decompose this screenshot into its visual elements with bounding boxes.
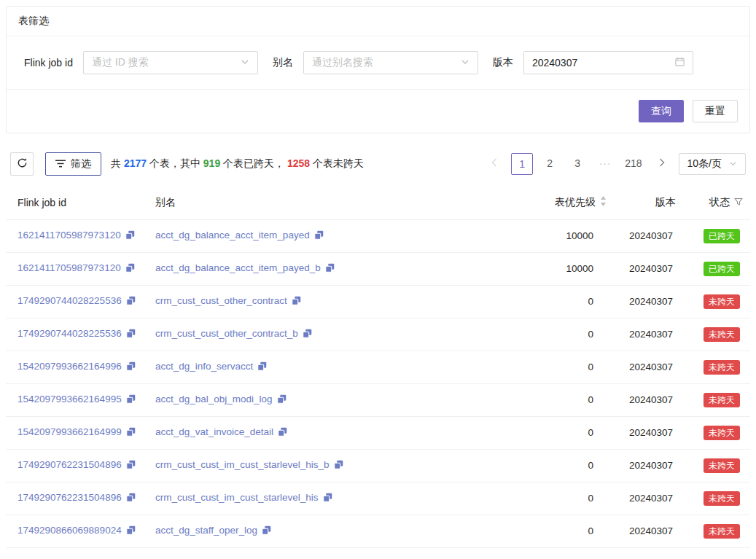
filter-lines-icon (55, 158, 66, 170)
cell-version: 20240307 (614, 515, 683, 547)
job-id-link[interactable]: 1749290762231504896 (17, 492, 122, 503)
copy-icon[interactable] (125, 231, 135, 242)
page-size-select[interactable]: 10条/页 (679, 153, 746, 175)
cell-version: 20240307 (614, 219, 683, 252)
job-id-link[interactable]: 1749290866069889024 (17, 525, 122, 536)
alias-link[interactable]: acct_dg_balance_acct_item_payed (155, 230, 310, 241)
flink-job-id-select[interactable]: 通过 ID 搜索 (83, 51, 258, 74)
copy-icon[interactable] (257, 362, 267, 373)
cell-status: 未跨天 (683, 351, 750, 383)
table-row: 1749290762231504896crm_cust_cust_im_cust… (6, 482, 750, 515)
alias-link[interactable]: acct_dg_info_servacct (155, 361, 253, 372)
job-id-link[interactable]: 1749290762231504896 (17, 459, 122, 470)
alias-link[interactable]: crm_cust_cust_im_cust_starlevel_his_b (155, 459, 330, 470)
page-number-1[interactable]: 1 (511, 153, 533, 175)
reset-button[interactable]: 重置 (693, 100, 738, 122)
alias-select[interactable]: 通过别名搜索 (303, 51, 478, 74)
page-ellipsis[interactable]: ··· (594, 153, 616, 175)
cell-version: 20240307 (614, 383, 683, 416)
alias-link[interactable]: crm_cust_cust_im_cust_starlevel_his (155, 492, 319, 503)
field-flink-job-id: Flink job id 通过 ID 搜索 (24, 51, 258, 74)
cell-job-id: 1749290762231504896 (6, 482, 148, 515)
copy-icon[interactable] (126, 297, 136, 308)
copy-icon[interactable] (325, 264, 335, 275)
cell-priority: 0 (508, 449, 614, 482)
header-status: 状态 (683, 186, 750, 219)
copy-icon[interactable] (262, 526, 271, 537)
job-id-link[interactable]: 1542097993662164999 (17, 426, 122, 437)
cell-alias: crm_cust_cust_other_contract (148, 285, 508, 318)
header-priority: 表优先级 (508, 186, 614, 219)
cell-status: 未跨天 (683, 383, 750, 416)
alias-link[interactable]: acct_dg_balance_acct_item_payed_b (155, 262, 321, 273)
copy-icon[interactable] (292, 297, 301, 308)
filter-row: Flink job id 通过 ID 搜索 别名 通过别名搜索 (7, 36, 749, 90)
copy-icon[interactable] (126, 395, 136, 406)
copy-icon[interactable] (126, 526, 136, 537)
next-page-button[interactable] (651, 153, 673, 175)
job-id-link[interactable]: 1621411705987973120 (17, 230, 121, 241)
status-badge: 未跨天 (704, 360, 740, 375)
copy-icon[interactable] (314, 231, 324, 242)
summary-text: 共 2177 个表，其中 919 个表已跨天， 1258 个表未跨天 (111, 157, 364, 171)
chevron-down-icon (461, 57, 469, 69)
table-row: 1542097993662164996acct_dg_info_servacct… (6, 351, 750, 383)
sort-icon[interactable] (600, 196, 607, 208)
table-row: 1749290744028225536crm_cust_cust_other_c… (6, 285, 750, 318)
cell-job-id: 1749290866069889024 (6, 515, 148, 547)
alias-link[interactable]: crm_cust_cust_other_contract (155, 295, 287, 306)
page-number-2[interactable]: 2 (539, 153, 561, 175)
alias-link[interactable]: crm_cust_cust_other_contract_b (155, 328, 298, 339)
cell-version: 20240307 (614, 416, 683, 449)
copy-icon[interactable] (126, 461, 136, 472)
job-id-link[interactable]: 1621411705987973120 (17, 262, 121, 273)
alias-label: 别名 (273, 56, 293, 69)
job-id-link[interactable]: 1542097993662164996 (17, 361, 122, 372)
cell-status: 未跨天 (683, 416, 750, 449)
status-badge: 未跨天 (704, 524, 740, 539)
crossed-count: 919 (203, 157, 220, 169)
status-filter-funnel-icon[interactable] (734, 197, 743, 208)
filter-actions-row: 查询 重置 (7, 90, 749, 133)
filter-toggle-button[interactable]: 筛选 (45, 152, 101, 176)
filter-card-title: 表筛选 (7, 7, 749, 36)
cell-priority: 0 (508, 383, 614, 416)
copy-icon[interactable] (126, 428, 136, 439)
cell-alias: acct_dg_bal_obj_modi_log (148, 383, 508, 416)
cell-priority: 0 (508, 318, 614, 351)
prev-page-button[interactable] (483, 153, 505, 175)
copy-icon[interactable] (126, 329, 136, 340)
version-label: 版本 (493, 56, 513, 69)
copy-icon[interactable] (126, 493, 136, 504)
copy-icon[interactable] (278, 428, 287, 439)
header-alias: 别名 (148, 186, 508, 219)
cell-version: 20240307 (614, 285, 683, 318)
cell-status: 未跨天 (683, 285, 750, 318)
query-button[interactable]: 查询 (639, 100, 684, 122)
version-date-input[interactable]: 20240307 (523, 51, 693, 74)
summary-mid2: 个表已跨天， (220, 157, 287, 169)
cell-priority: 10000 (508, 219, 614, 252)
status-badge: 未跨天 (704, 491, 740, 506)
copy-icon[interactable] (334, 461, 343, 472)
cell-version: 20240307 (614, 252, 683, 285)
alias-link[interactable]: acct_dg_staff_oper_log (155, 525, 257, 536)
alias-link[interactable]: acct_dg_bal_obj_modi_log (155, 394, 273, 404)
refresh-button[interactable] (10, 152, 34, 176)
header-status-label: 状态 (709, 196, 730, 209)
copy-icon[interactable] (277, 395, 287, 406)
copy-icon[interactable] (125, 264, 135, 275)
page-number-218[interactable]: 218 (622, 153, 644, 175)
copy-icon[interactable] (126, 362, 136, 373)
copy-icon[interactable] (303, 329, 312, 340)
job-id-link[interactable]: 1749290744028225536 (17, 328, 122, 339)
field-alias: 别名 通过别名搜索 (273, 51, 478, 74)
page-number-3[interactable]: 3 (566, 153, 588, 175)
job-id-link[interactable]: 1749290744028225536 (17, 295, 122, 306)
cell-alias: acct_dg_balance_acct_item_payed_b (148, 252, 508, 285)
cell-priority: 10000 (508, 252, 614, 285)
alias-link[interactable]: acct_dg_vat_invoice_detail (155, 426, 273, 437)
job-id-link[interactable]: 1542097993662164995 (17, 394, 122, 404)
copy-icon[interactable] (323, 493, 332, 504)
field-version: 版本 20240307 (493, 51, 693, 74)
